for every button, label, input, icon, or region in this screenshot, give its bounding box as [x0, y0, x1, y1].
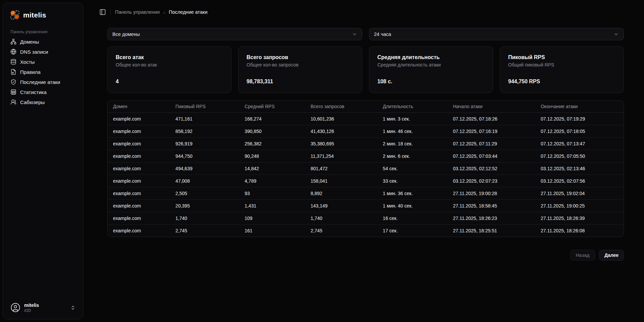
table-row: example.com858,192390,85041,430,1261 мин… — [108, 125, 624, 138]
attacks-table-container: ДоменПиковый RPSСредний RPSВсего запросо… — [107, 100, 624, 237]
table-cell: 07.12.2025, 07:18:26 — [448, 113, 535, 125]
stat-card-0: Всего атакОбщее кол-во атак4 — [107, 46, 231, 93]
table-cell: 07.12.2025, 07:11:29 — [448, 138, 535, 150]
table-cell: 27.11.2025, 18:26:39 — [535, 212, 624, 225]
sidebar-item-recent-attacks[interactable]: Последние атаки — [8, 77, 78, 87]
chevrons-up-down-icon — [70, 305, 75, 310]
attacks-table: ДоменПиковый RPSСредний RPSВсего запросо… — [108, 101, 624, 237]
table-cell: 8,892 — [305, 187, 377, 200]
sidebar-item-label: DNS записи — [20, 49, 48, 55]
sidebar-item-hosts[interactable]: Хосты — [8, 57, 78, 66]
pagination: Назад Далее — [107, 250, 624, 261]
stat-card-title: Пиковый RPS — [508, 54, 615, 60]
shield-check-icon — [10, 79, 16, 85]
table-cell: 256,382 — [239, 138, 305, 150]
page-header: Панель управления › Последние атаки — [86, 0, 644, 15]
table-cell: 2 мин. 18 сек. — [377, 138, 447, 150]
sidebar-item-rules[interactable]: Правила — [8, 67, 78, 77]
stat-card-subtitle: Средняя длительность атаки — [377, 62, 485, 67]
sidebar-toggle-button[interactable] — [99, 9, 106, 15]
table-cell: example.com — [108, 212, 170, 225]
globe-icon — [10, 49, 16, 55]
period-filter-select[interactable]: 24 часа — [369, 28, 624, 40]
chevron-down-icon — [613, 32, 619, 37]
sidebar-nav: ДоменыDNS записиХостыПравилаПоследние ат… — [8, 37, 78, 107]
table-cell: 944,750 — [170, 150, 239, 163]
table-cell: 03.12.2025, 02:07:56 — [535, 175, 624, 187]
user-id: #20 — [24, 308, 39, 313]
sidebar-section-label: Панель управления — [8, 23, 78, 37]
pagination-prev-button[interactable]: Назад — [570, 250, 595, 261]
stat-card-title: Средняя длительность — [377, 54, 485, 60]
sidebar-item-dns-records[interactable]: DNS записи — [8, 47, 78, 56]
network-icon — [10, 39, 16, 45]
table-cell: example.com — [108, 113, 170, 125]
table-cell: example.com — [108, 200, 170, 212]
sidebar-item-domains[interactable]: Домены — [8, 37, 78, 46]
table-cell: 1,740 — [305, 212, 377, 225]
table-cell: 494,639 — [170, 163, 239, 175]
column-header: Всего запросов — [305, 101, 377, 113]
sidebar-item-label: Последние атаки — [20, 79, 60, 85]
table-cell: example.com — [108, 175, 170, 187]
table-cell: 07.12.2025, 07:19:29 — [535, 113, 624, 125]
sidebar-item-label: Хосты — [20, 59, 35, 65]
sidebar-item-label: Статистика — [20, 89, 47, 95]
breadcrumb: Панель управления › Последние атаки — [115, 9, 208, 15]
table-cell: 93 — [239, 187, 305, 200]
table-cell: example.com — [108, 125, 170, 138]
sidebar-item-subusers[interactable]: Сабюзеры — [8, 97, 78, 107]
circle-user-icon — [10, 303, 20, 313]
table-cell: 1 мин. 3 сек. — [377, 113, 447, 125]
breadcrumb-current: Последние атаки — [169, 9, 207, 15]
stat-card-title: Всего атак — [116, 54, 223, 60]
table-cell: 158,041 — [305, 175, 377, 187]
table-cell: 10,601,236 — [305, 113, 377, 125]
stat-cards: Всего атакОбщее кол-во атак4Всего запрос… — [107, 46, 624, 93]
stat-card-3: Пиковый RPSОбщий пиковый RPS944,750 RPS — [500, 46, 624, 93]
table-cell: 2,745 — [305, 225, 377, 237]
pagination-next-button[interactable]: Далее — [599, 250, 624, 261]
table-cell: 1 мин. 40 сек. — [377, 200, 447, 212]
table-row: example.com926,919256,38235,380,6952 мин… — [108, 138, 624, 150]
logo-quadrant-icon — [10, 10, 19, 19]
table-cell: example.com — [108, 187, 170, 200]
sidebar-item-statistics[interactable]: Статистика — [8, 87, 78, 97]
table-cell: 03.12.2025, 02:12:52 — [448, 163, 535, 175]
stat-card-1: Всего запросовОбщее кол-во запросов98,78… — [238, 46, 362, 93]
table-cell: 2 мин. 6 сек. — [377, 150, 447, 163]
table-cell: example.com — [108, 225, 170, 237]
brand: mitelis — [8, 8, 78, 23]
table-cell: 07.12.2025, 07:05:50 — [535, 150, 624, 163]
table-cell: 926,919 — [170, 138, 239, 150]
users-icon — [10, 99, 16, 105]
table-cell: 1,431 — [239, 200, 305, 212]
breadcrumb-parent-link[interactable]: Панель управления — [115, 9, 160, 15]
table-cell: 14,842 — [239, 163, 305, 175]
chevron-down-icon — [352, 32, 357, 37]
filters-row: Все домены 24 часа — [107, 28, 624, 40]
table-cell: 90,248 — [239, 150, 305, 163]
panel-left-icon — [99, 9, 106, 15]
table-cell: 07.12.2025, 07:03:44 — [448, 150, 535, 163]
table-cell: 07.12.2025, 07:13:47 — [535, 138, 624, 150]
table-cell: 07.12.2025, 07:16:19 — [448, 125, 535, 138]
table-grid-icon — [10, 89, 16, 95]
table-row: example.com20,3951,431143,1491 мин. 40 с… — [108, 200, 624, 212]
domain-filter-value: Все домены — [112, 32, 140, 37]
table-cell: 20,395 — [170, 200, 239, 212]
table-cell: 471,161 — [170, 113, 239, 125]
table-cell: 4,789 — [239, 175, 305, 187]
domain-filter-select[interactable]: Все домены — [107, 28, 362, 40]
table-cell: 1 мин. 36 сек. — [377, 187, 447, 200]
user-menu[interactable]: mitelis #20 — [8, 301, 78, 315]
table-row: example.com944,75090,24811,371,2542 мин.… — [108, 150, 624, 163]
table-cell: 858,192 — [170, 125, 239, 138]
table-cell: 27.11.2025, 18:25:51 — [448, 225, 535, 237]
stat-card-subtitle: Общее кол-во атак — [116, 62, 223, 67]
stat-card-title: Всего запросов — [247, 54, 354, 60]
table-cell: 390,850 — [239, 125, 305, 138]
column-header: Домен — [108, 101, 170, 113]
table-cell: 27.11.2025, 18:26:08 — [535, 225, 624, 237]
main: Панель управления › Последние атаки Все … — [86, 0, 644, 261]
